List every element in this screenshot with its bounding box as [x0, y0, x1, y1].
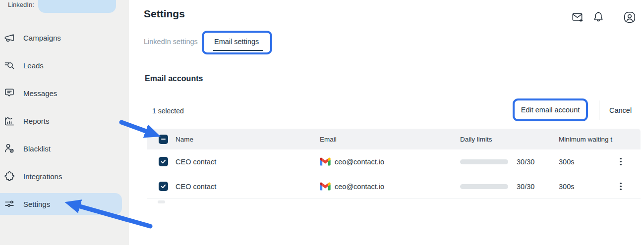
- sidebar-item-label: Messages: [23, 89, 57, 98]
- sidebar-item-leads[interactable]: Leads: [0, 51, 129, 79]
- sidebar-item-campaigns[interactable]: Campaigns: [0, 24, 129, 51]
- row-checkbox[interactable]: [159, 157, 168, 166]
- puzzle-icon: [3, 170, 15, 182]
- selected-count-label: 1 selected: [152, 107, 184, 115]
- gmail-icon: [320, 182, 331, 191]
- column-header-email[interactable]: Email: [320, 136, 460, 143]
- sidebar-item-reports[interactable]: Reports: [0, 107, 129, 135]
- partial-row-fragment: [158, 200, 165, 203]
- sliders-icon: [3, 198, 15, 210]
- sidebar-item-settings[interactable]: Settings: [0, 190, 129, 218]
- sidebar-nav: Campaigns Leads Messages: [0, 24, 129, 218]
- table-row[interactable]: CEO contact ceo@contact.io 30/30 300s: [147, 149, 641, 174]
- table-header-row: Name Email Daily limits Minimum waiting …: [147, 129, 641, 149]
- sidebar-item-integrations[interactable]: Integrations: [0, 162, 129, 190]
- column-header-daily-limits[interactable]: Daily limits: [460, 136, 559, 143]
- min-waiting-value: 300s: [559, 158, 615, 166]
- sidebar-item-label: Settings: [23, 200, 50, 208]
- chat-bubble-icon: [3, 87, 15, 99]
- daily-limit-value: 30/30: [517, 158, 534, 166]
- row-name: CEO contact: [176, 183, 320, 191]
- bell-icon[interactable]: [591, 10, 605, 24]
- sidebar-item-label: Campaigns: [23, 34, 61, 42]
- sidebar-item-label: Blacklist: [23, 145, 51, 153]
- row-menu-icon[interactable]: [616, 156, 626, 167]
- edit-email-account-button[interactable]: Edit email account: [515, 99, 586, 120]
- sidebar-item-label: Integrations: [23, 172, 62, 181]
- page-title: Settings: [144, 8, 185, 20]
- row-menu-icon[interactable]: [616, 181, 626, 192]
- sidebar-item-label: Leads: [23, 61, 44, 70]
- sidebar: LinkedIn: Campaigns Leads: [0, 0, 129, 245]
- mail-plus-icon[interactable]: [571, 10, 585, 24]
- column-header-min-waiting[interactable]: Minimum waiting t: [559, 136, 615, 143]
- daily-limit-bar: [460, 184, 508, 189]
- sidebar-item-label: Reports: [23, 117, 50, 125]
- active-tab-underline: [213, 50, 263, 51]
- daily-limit-value: 30/30: [517, 183, 534, 191]
- linkedin-account-label: LinkedIn:: [8, 1, 34, 8]
- daily-limit-bar: [460, 159, 508, 164]
- person-block-icon: [3, 143, 15, 154]
- table-row[interactable]: CEO contact ceo@contact.io 30/30 300s: [147, 174, 641, 199]
- header-actions: [567, 8, 640, 27]
- gmail-icon: [320, 157, 331, 166]
- row-name: CEO contact: [176, 158, 320, 166]
- megaphone-icon: [3, 32, 15, 44]
- tab-email-settings[interactable]: Email settings: [214, 38, 259, 46]
- email-accounts-table: Name Email Daily limits Minimum waiting …: [147, 129, 641, 199]
- sidebar-item-messages[interactable]: Messages: [0, 79, 129, 107]
- header-divider: [614, 8, 614, 27]
- tab-linkedin-settings[interactable]: LinkedIn settings: [144, 38, 198, 46]
- chart-icon: [3, 115, 15, 127]
- app-root: { "sidebar": { "linkedin_label": "Linked…: [0, 0, 644, 245]
- toolbar-divider: [599, 100, 599, 120]
- user-icon[interactable]: [623, 10, 637, 24]
- section-title-email-accounts: Email accounts: [145, 74, 203, 83]
- sidebar-item-blacklist[interactable]: Blacklist: [0, 135, 129, 162]
- table-header-checkbox[interactable]: [159, 135, 168, 144]
- column-header-name[interactable]: Name: [176, 136, 320, 143]
- min-waiting-value: 300s: [559, 183, 615, 191]
- linkedin-account-pill[interactable]: [38, 0, 116, 13]
- cancel-button[interactable]: Cancel: [609, 106, 632, 114]
- row-checkbox[interactable]: [159, 182, 168, 191]
- row-email: ceo@contact.io: [335, 158, 384, 166]
- row-email: ceo@contact.io: [335, 183, 384, 191]
- search-leads-icon: [3, 59, 15, 71]
